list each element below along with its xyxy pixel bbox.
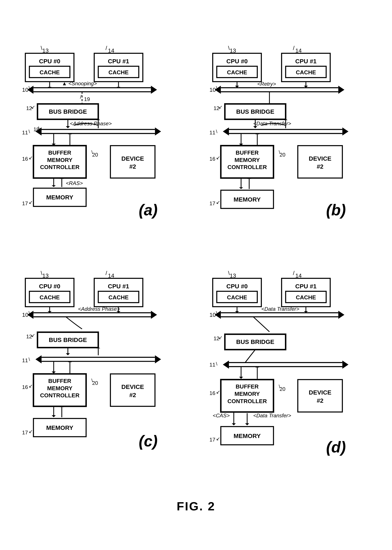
cache0-label-c: CACHE (40, 294, 60, 301)
ref-10-a: 10 (22, 87, 28, 93)
bmc-line2-b: MEMORY (235, 157, 260, 163)
bmc-line1-b: BUFFER (236, 149, 259, 156)
arrow-bridge-down-b (253, 126, 257, 128)
ref-16-arrow-b: ↙ (216, 155, 220, 160)
snooping-label-a: ▲ <Snooping> (62, 81, 97, 86)
device-label-a: DEVICE (121, 155, 144, 162)
bmc-line2-d: MEMORY (235, 391, 260, 397)
arrow-left-bus11-d (223, 361, 229, 369)
bmc-line3-a: CONTROLLER (40, 164, 79, 171)
arrow-right-bus10-d (338, 311, 344, 319)
ref-16-arrow-d: ↙ (216, 389, 220, 395)
arrow-left-bus11-b (223, 127, 229, 136)
bmc-line3-c: CONTROLLER (40, 392, 79, 399)
ras-label-a: <RAS> (66, 180, 83, 186)
cpu1-label-a: CPU #1 (108, 58, 129, 65)
arrow-mem-down-c (52, 415, 56, 417)
ref-14-slash-b: / (293, 45, 295, 51)
ref-17-arrow-c: ↙ (29, 429, 33, 434)
ref-20-d: 20 (280, 386, 285, 392)
ref-12-arrow-a: ↙ (31, 104, 35, 110)
diagram-a-svg: 13 \ / 14 CPU #0 CACHE CPU #1 CACHE 10 \ (17, 41, 187, 244)
bus-bridge-label-c: BUS BRIDGE (49, 336, 87, 343)
ref-13-slash-b: \ (228, 45, 230, 51)
cache0-label-d: CACHE (227, 294, 247, 301)
page-container: 13 \ / 14 CPU #0 CACHE CPU #1 CACHE 10 \ (13, 37, 379, 513)
ref-13-slash-a: \ (41, 45, 42, 51)
ref-17-arrow-a: ↙ (29, 200, 33, 205)
ref-11-c: 11 (22, 357, 28, 363)
arrow-ras-down-a (52, 185, 56, 187)
diagram-a: 13 \ / 14 CPU #0 CACHE CPU #1 CACHE 10 \ (13, 37, 192, 249)
ref-20-slash-a: \ (91, 149, 93, 155)
ref-16-a: 16 (22, 156, 28, 162)
bmc-line2-c: MEMORY (47, 385, 73, 391)
ref-17-a: 17 (22, 201, 28, 206)
ref-19-a: 19 (84, 97, 90, 102)
ref-16-d: 16 (210, 390, 215, 396)
ref-12-arrow-c: ↙ (31, 333, 35, 338)
ref-16-b: 16 (210, 156, 215, 162)
data-transfer-top-d: <Data Transfer> (261, 306, 299, 312)
arrow-right-bus10-a (151, 86, 157, 94)
arrow-dt-down-d (245, 423, 249, 425)
memory-label-a: MEMORY (46, 194, 73, 201)
device-num-a: #2 (129, 163, 136, 170)
ref-14-slash-a: / (105, 45, 107, 51)
ref-12-arrow-d: ↙ (218, 335, 223, 340)
cache0-label-b: CACHE (227, 69, 247, 76)
curve-c (66, 317, 82, 329)
arrow-cas-down-d (232, 423, 236, 425)
cache1-label-d: CACHE (296, 294, 316, 301)
ref-17-d: 17 (210, 437, 215, 443)
ref-17-arrow-d: ↙ (216, 436, 220, 441)
ref-10-b: 10 (210, 87, 216, 93)
arrow-right-bus10-b (338, 86, 344, 94)
ref-11-slash-c: \ (29, 357, 30, 362)
diagram-d-svg: 13 \ / 14 CPU #0 CACHE CPU #1 CACHE 10 \ (205, 266, 375, 477)
cpu0-label-a: CPU #0 (39, 58, 60, 65)
bmc-line2-a: MEMORY (47, 157, 73, 163)
ref-16-arrow-c: ↙ (29, 383, 33, 389)
cache1-label-a: CACHE (108, 69, 129, 76)
cas-label-d: <CAS> (213, 412, 230, 418)
ref-11-slash-a: \ (29, 129, 30, 134)
ref-20-slash-c: \ (91, 378, 93, 383)
curve-bridge-d (245, 349, 255, 362)
fig-label: FIG. 2 (13, 499, 379, 513)
arrow-bridge-down-c (66, 353, 70, 355)
cache0-label-a: CACHE (40, 69, 60, 76)
device-num-c: #2 (129, 391, 136, 398)
cpu1-label-b: CPU #1 (295, 58, 317, 65)
ref-16-c: 16 (22, 384, 28, 390)
device-label-d: DEVICE (309, 389, 331, 396)
ref-11-d: 11 (210, 362, 215, 368)
ref-17-arrow-b: ↙ (216, 200, 220, 205)
ref-20-slash-b: \ (279, 149, 280, 155)
ref-13-slash-c: \ (41, 270, 42, 276)
data-transfer-label-b: <Data Transfer> (253, 121, 291, 126)
curve-d (253, 317, 269, 332)
cache1-label-c: CACHE (108, 294, 129, 301)
cpu0-label-d: CPU #0 (226, 283, 248, 290)
ref-19-slash-a: / (80, 94, 82, 100)
cpu0-label-b: CPU #0 (226, 58, 248, 65)
arrow-bridge-down-a (66, 126, 70, 128)
cpu0-label-c: CPU #0 (39, 283, 60, 290)
bmc-line1-d: BUFFER (236, 383, 259, 390)
ref-11-slash-b: \ (216, 129, 217, 134)
address-phase-label-a: <Address Phase> (70, 121, 112, 126)
device-label-b: DEVICE (309, 155, 331, 162)
arrow-right-bus11-c (155, 355, 161, 363)
bus-bridge-label-d: BUS BRIDGE (236, 338, 274, 345)
arrow-left-bus11-c (35, 355, 42, 363)
diagram-d: 13 \ / 14 CPU #0 CACHE CPU #1 CACHE 10 \ (200, 262, 379, 482)
diagram-c-svg: 13 \ / 14 CPU #0 CACHE CPU #1 CACHE 10 \ (17, 266, 187, 469)
arrow-right-bus10-c (151, 311, 157, 319)
ref-14-slash-c: / (105, 270, 107, 276)
memory-label-b: MEMORY (234, 196, 261, 203)
bmc-line1-c: BUFFER (48, 377, 71, 384)
diagram-label-d: (d) (326, 439, 346, 456)
memory-label-c: MEMORY (46, 424, 73, 431)
ref-11-slash-d: \ (216, 361, 217, 367)
